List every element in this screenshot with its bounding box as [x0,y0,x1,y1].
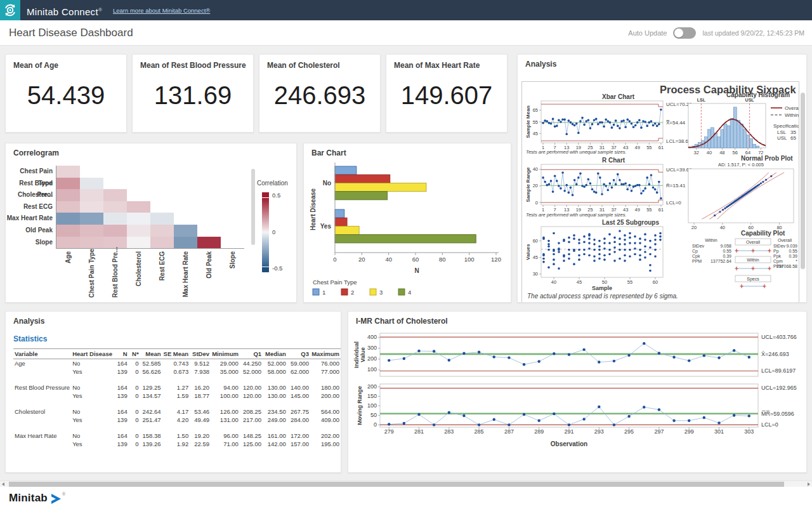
svg-text:120: 120 [491,256,501,263]
correlogram-cell [103,225,127,237]
app: Minitab Connect® Learn more about Minita… [0,0,812,509]
stats-row: Yes1390139.261.9222.5971.00125.00142.001… [13,440,341,448]
kpi-value: 149.607 [386,81,507,110]
panel-title: Correlogram [13,149,59,157]
gear-sync-icon [3,3,18,18]
footer-brand-text: Minitab [9,492,48,505]
correlogram-cell [56,178,80,190]
svg-text:0.39: 0.39 [723,254,731,258]
svg-text:100: 100 [367,366,377,373]
scroll-right-icon[interactable] [808,482,810,486]
svg-text:100: 100 [367,402,377,409]
panel-title: Analysis [13,317,44,326]
scrollbar-thumb[interactable] [9,482,784,487]
footer-trademark: ® [62,492,65,496]
minitab-footer-logo: Minitab ® [9,492,65,505]
colorbar-tick: 0.5 [272,192,280,199]
svg-text:287: 287 [504,428,514,435]
correlogram-cell [150,213,174,225]
svg-text:20: 20 [358,256,365,263]
correlogram-cell [80,225,103,237]
correlogram-col-label: Slope [229,251,236,298]
svg-text:297: 297 [654,428,664,435]
correlogram-cell [103,189,127,201]
stats-column-header: Variable [13,349,71,359]
svg-text:0.39: 0.39 [789,254,797,258]
svg-text:Capability Plot: Capability Plot [741,230,785,237]
kpi-card-mean-rest-blood-pressure: Mean of Rest Blood Pressure 131.69 [132,54,254,133]
svg-text:Tests are performed with unequ: Tests are performed with unequal sample … [526,149,627,155]
svg-text:9.058: 9.058 [720,244,731,248]
correlogram-cell [127,225,150,237]
stats-column-header: Minimum [211,349,240,359]
stats-column-header: StDev [190,349,211,359]
svg-text:45: 45 [577,279,582,285]
svg-text:40: 40 [720,225,725,230]
svg-text:55: 55 [646,145,652,150]
page-header: Heart Disease Dashboard Auto Update last… [0,20,812,46]
stats-row: Rest Blood PressureNo1640129.251.2716.20… [13,383,341,392]
svg-text:40: 40 [551,279,556,285]
stats-column-header: N* [129,349,140,359]
correlogram-row-label: Rest Blood Pre... [6,178,53,190]
svg-text:400: 400 [367,334,377,340]
svg-text:40: 40 [707,150,712,155]
svg-text:Sample Range: Sample Range [525,167,531,202]
svg-text:35: 35 [790,129,796,135]
correlogram-cell [174,237,197,249]
svg-text:60: 60 [533,238,538,244]
colorbar [262,192,269,197]
svg-text:0.55: 0.55 [789,249,797,253]
svg-text:60: 60 [653,279,658,285]
svg-text:Within: Within [747,258,759,262]
svg-text:Normal Prob Plot: Normal Prob Plot [741,155,793,162]
page-footer: Minitab ® [0,487,812,509]
svg-text:301: 301 [714,428,724,435]
correlogram-row-label: Cholesterol [6,189,53,201]
learn-more-link[interactable]: Learn more about Minitab Connect® [113,0,210,20]
svg-text:60: 60 [412,256,419,263]
correlogram-cell [56,201,80,213]
brand-title: Minitab Connect® [27,0,102,20]
svg-text:281: 281 [414,428,424,435]
stats-row: Yes1390251.474.2049.49131.00217.00249.00… [13,416,341,424]
svg-text:USL: USL [777,135,787,141]
svg-text:Cpm: Cpm [773,259,783,264]
svg-text:Specs: Specs [747,277,759,282]
correlogram-cell [80,189,103,201]
svg-text:9.039: 9.039 [786,244,797,248]
scrollbar-thumb[interactable] [801,93,805,269]
correlogram-cell [56,213,80,225]
horizontal-scrollbar[interactable] [0,480,812,487]
svg-text:55: 55 [627,279,632,285]
scroll-left-icon[interactable] [2,482,4,486]
svg-text:AD: 1.517, P: < 0.005: AD: 1.517, P: < 0.005 [718,162,764,168]
svg-text:Overall: Overall [785,105,799,111]
minitab-connect-logo-icon[interactable] [0,0,20,20]
correlogram-scrollbar[interactable] [251,169,255,245]
svg-text:200: 200 [367,383,377,390]
svg-text:StDev: StDev [692,244,705,248]
sixpack-scrollbar[interactable] [801,57,805,301]
correlogram-col-label: Chest Pain Type [88,251,95,298]
correlogram-row-label: Old Peak [6,225,53,237]
svg-text:1: 1 [322,289,325,296]
svg-text:Ppk: Ppk [773,254,782,259]
svg-text:279: 279 [384,428,394,435]
svg-text:Values: Values [525,244,531,260]
svg-text:M̅R̅=59.0596: M̅R̅=59.0596 [761,411,794,417]
svg-text:LCL=89.6197: LCL=89.6197 [761,367,796,374]
panel-title: I-MR Chart of Cholesterol [356,317,448,326]
svg-text:55: 55 [533,119,538,125]
svg-text:UCL=192.965: UCL=192.965 [761,385,797,391]
toggle-knob [674,29,683,37]
svg-text:200: 200 [367,355,377,362]
svg-text:150: 150 [367,393,377,399]
header-right: Auto Update last updated 9/20/22, 12:45:… [628,20,804,46]
statistics-heading[interactable]: Statistics [13,334,47,343]
svg-text:Overall: Overall [778,238,792,242]
colorbar [262,198,269,267]
auto-update-toggle[interactable] [673,27,696,39]
svg-text:289: 289 [534,428,544,435]
svg-text:LSL: LSL [697,98,706,102]
